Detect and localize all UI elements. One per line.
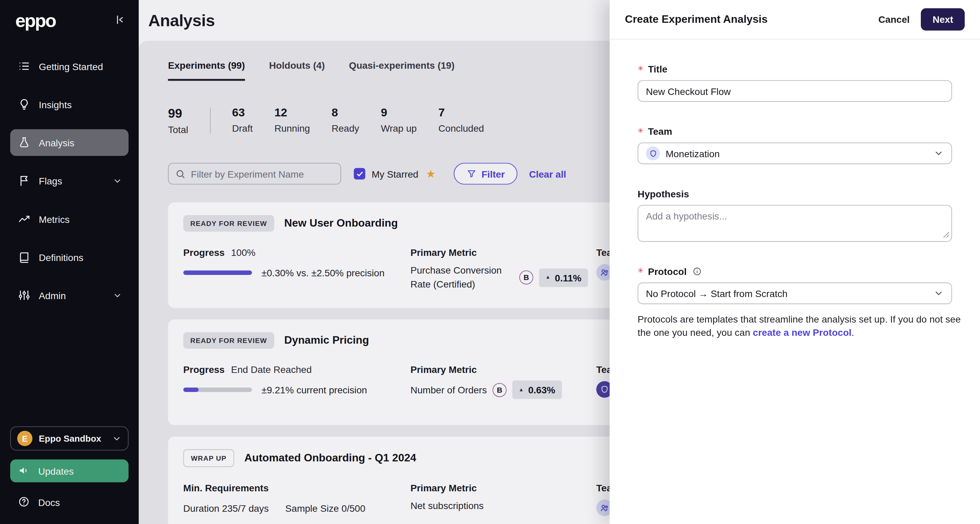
stat-running: 12 Running <box>274 106 310 135</box>
chevron-down-icon <box>933 148 943 159</box>
megaphone-icon <box>18 465 30 477</box>
protocol-help-after: . <box>851 327 854 338</box>
sidebar-nav: Getting Started Insights Analysis Flags <box>10 53 129 426</box>
chevron-down-icon <box>113 176 122 185</box>
drawer-body: ✳ Title ✳ Team Monetization <box>610 40 980 339</box>
my-starred-checkbox[interactable] <box>354 168 366 180</box>
stat-concluded: 7 Concluded <box>438 106 484 135</box>
book-icon <box>18 251 30 263</box>
chart-line-icon <box>18 213 30 225</box>
stat-ready: 8 Ready <box>332 106 360 135</box>
progress-value: End Date Reached <box>231 364 312 375</box>
primary-metric-label: Primary Metric <box>410 483 601 494</box>
progress-value: 100% <box>231 247 256 258</box>
stat-value: 63 <box>232 106 253 119</box>
filter-button[interactable]: Filter <box>453 163 517 185</box>
duration-requirement: Duration 235/7 days <box>183 503 269 513</box>
sidebar-item-label: Analysis <box>39 137 74 148</box>
stat-value: 7 <box>438 106 484 119</box>
chevron-down-icon <box>113 291 122 300</box>
progress-column: Progress End Date Reached ±9.21% current… <box>183 364 403 395</box>
hypothesis-field-group: Hypothesis <box>638 188 952 242</box>
lightbulb-icon <box>18 98 30 111</box>
star-icon: ★ <box>426 169 436 179</box>
experiment-title[interactable]: New User Onboarding <box>284 217 398 230</box>
question-circle-icon <box>18 496 30 508</box>
sidebar-item-updates[interactable]: Updates <box>10 459 129 482</box>
stat-label: Total <box>168 124 188 135</box>
collapse-sidebar-button[interactable] <box>113 13 126 28</box>
title-input[interactable] <box>638 80 952 102</box>
caret-up-icon: ▲ <box>546 275 550 280</box>
sidebar-item-getting-started[interactable]: Getting Started <box>10 53 129 80</box>
progress-bar <box>183 271 252 275</box>
lift-pill: ▲ 0.11% <box>539 268 588 287</box>
required-asterisk-icon: ✳ <box>638 64 643 72</box>
stat-draft: 63 Draft <box>232 106 253 135</box>
people-icon <box>600 267 610 277</box>
stat-value: 99 <box>168 106 188 121</box>
sidebar-item-flags[interactable]: Flags <box>10 167 129 194</box>
team-field-group: ✳ Team Monetization <box>638 126 952 164</box>
tab-quasi-experiments[interactable]: Quasi-experiments (19) <box>349 60 455 81</box>
variant-badge: B <box>519 271 533 285</box>
required-asterisk-icon: ✳ <box>638 127 643 135</box>
team-select[interactable]: Monetization <box>638 143 952 164</box>
sidebar-item-metrics[interactable]: Metrics <box>10 205 129 233</box>
sample-size-requirement: Sample Size 0/500 <box>285 503 365 513</box>
title-field-label: Title <box>648 64 667 75</box>
primary-metric-label: Primary Metric <box>410 247 601 258</box>
progress-bar-fill <box>183 271 252 275</box>
primary-metric-column: Primary Metric Net subscriptions <box>410 483 601 513</box>
progress-bar <box>183 387 252 392</box>
primary-metric-name: Purchase Conversion Rate (Certified) <box>410 263 514 291</box>
create-analysis-drawer: Create Experiment Analysis Cancel Next ✳… <box>610 0 980 524</box>
stat-value: 8 <box>332 106 360 119</box>
required-asterisk-icon: ✳ <box>638 267 643 275</box>
experiment-title[interactable]: Dynamic Pricing <box>284 334 369 347</box>
info-icon[interactable] <box>692 267 702 276</box>
experiment-title[interactable]: Automated Onboarding - Q1 2024 <box>244 452 416 465</box>
progress-label: Progress <box>183 247 225 258</box>
sidebar-item-admin[interactable]: Admin <box>10 282 129 309</box>
sidebar-item-insights[interactable]: Insights <box>10 91 129 118</box>
cancel-button[interactable]: Cancel <box>878 14 910 25</box>
stat-label: Ready <box>332 123 360 134</box>
next-button[interactable]: Next <box>921 8 965 30</box>
primary-metric-column: Primary Metric Number of Orders B ▲ 0.63… <box>410 364 601 399</box>
drawer-title: Create Experiment Analysis <box>625 13 867 25</box>
progress-bar-fill <box>183 387 198 392</box>
search-input[interactable] <box>191 169 334 179</box>
sidebar-item-docs[interactable]: Docs <box>10 491 129 513</box>
eppo-logo[interactable]: eppo <box>15 11 56 30</box>
drawer-header: Create Experiment Analysis Cancel Next <box>610 0 980 40</box>
sidebar-item-definitions[interactable]: Definitions <box>10 244 129 271</box>
page-title: Analysis <box>148 11 215 30</box>
protocol-select[interactable]: No Protocol → Start from Scratch <box>638 282 952 304</box>
my-starred-toggle[interactable]: My Starred ★ <box>354 168 436 180</box>
sidebar-item-analysis[interactable]: Analysis <box>10 129 129 156</box>
screen: eppo Getting Started Insights <box>0 0 980 524</box>
people-icon <box>600 503 610 513</box>
sliders-icon <box>18 289 30 301</box>
protocol-field-label: Protocol <box>648 266 687 277</box>
protocol-select-value: No Protocol → Start from Scratch <box>646 288 788 299</box>
title-field-group: ✳ Title <box>638 64 952 102</box>
sidebar: eppo Getting Started Insights <box>0 0 139 524</box>
workspace-name: Eppo Sandbox <box>39 433 101 444</box>
tab-experiments[interactable]: Experiments (99) <box>168 60 245 81</box>
workspace-avatar: E <box>17 431 32 446</box>
workspace-switcher[interactable]: E Eppo Sandbox <box>10 426 129 451</box>
filter-button-label: Filter <box>482 169 505 179</box>
sidebar-item-label: Updates <box>38 465 73 476</box>
sidebar-footer: E Eppo Sandbox Updates Docs <box>10 426 129 513</box>
stat-label: Wrap up <box>381 123 417 134</box>
resize-handle-icon[interactable] <box>943 232 950 238</box>
stat-label: Concluded <box>438 123 484 134</box>
hypothesis-textarea[interactable] <box>638 205 952 242</box>
create-protocol-link[interactable]: create a new Protocol <box>753 327 851 338</box>
tab-holdouts[interactable]: Holdouts (4) <box>269 60 325 81</box>
stat-label: Draft <box>232 123 253 134</box>
clear-all-link[interactable]: Clear all <box>529 169 566 179</box>
precision-note: ±0.30% vs. ±2.50% precision <box>262 267 385 278</box>
